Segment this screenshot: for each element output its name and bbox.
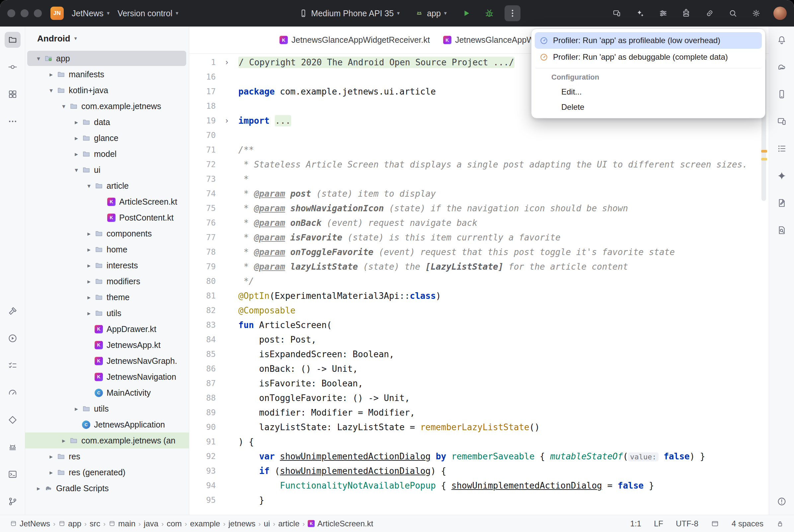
share-link-button[interactable] <box>701 5 718 21</box>
tree-item[interactable]: KJetnewsNavigation <box>25 369 189 385</box>
project-tool-button[interactable] <box>5 32 21 48</box>
breadcrumb-item[interactable]: example <box>190 519 220 528</box>
chevron-collapsed-icon[interactable]: ▸ <box>84 246 94 253</box>
fold-marker-icon[interactable]: › <box>216 58 238 67</box>
app-inspection-button[interactable] <box>5 412 21 428</box>
tree-item[interactable]: KJetnewsNavGraph. <box>25 353 189 369</box>
chevron-expanded-icon[interactable]: ▾ <box>71 166 82 174</box>
tree-item[interactable]: ▸data <box>25 114 189 130</box>
device-mirroring-button[interactable] <box>608 5 625 21</box>
file-encoding-widget[interactable]: UTF-8 <box>676 519 698 528</box>
tree-item[interactable]: ▸components <box>25 226 189 242</box>
tree-item[interactable]: KPostContent.kt <box>25 210 189 226</box>
tree-item[interactable]: ▸Gradle Scripts <box>25 480 189 496</box>
build-tool-button[interactable] <box>5 303 21 319</box>
tree-item[interactable]: ▸home <box>25 242 189 258</box>
breadcrumb-item[interactable]: JetNews <box>10 519 50 528</box>
more-tool-windows-button[interactable] <box>5 113 21 129</box>
chevron-collapsed-icon[interactable]: ▸ <box>84 262 94 269</box>
run-button[interactable] <box>458 5 474 21</box>
terminal-tool-button[interactable] <box>5 466 21 482</box>
indent-style-widget[interactable]: 4 spaces <box>732 519 763 528</box>
tree-item[interactable]: CMainActivity <box>25 385 189 401</box>
chevron-collapsed-icon[interactable]: ▸ <box>84 293 94 301</box>
profiler-tool-button[interactable] <box>5 385 21 401</box>
todo-tool-button[interactable] <box>5 358 21 374</box>
chevron-collapsed-icon[interactable]: ▸ <box>58 437 69 444</box>
more-run-options-button[interactable] <box>504 5 520 21</box>
gradle-tool-button[interactable] <box>774 59 790 75</box>
plugins-button[interactable] <box>678 5 695 21</box>
breadcrumb-item[interactable]: jetnews <box>228 519 255 528</box>
structure-tool-button[interactable] <box>774 140 790 156</box>
breadcrumb-item[interactable]: KArticleScreen.kt <box>308 519 373 528</box>
tree-item[interactable]: ▸model <box>25 146 189 162</box>
chevron-expanded-icon[interactable]: ▾ <box>58 102 69 110</box>
tree-item[interactable]: ▾article <box>25 178 189 194</box>
running-devices-button[interactable] <box>774 113 790 129</box>
breadcrumb-item[interactable]: java <box>144 519 158 528</box>
tree-item[interactable]: KArticleScreen.kt <box>25 194 189 210</box>
commit-tool-button[interactable] <box>5 59 21 75</box>
problems-tool-button[interactable] <box>774 494 790 510</box>
chevron-collapsed-icon[interactable]: ▸ <box>46 71 56 78</box>
tree-item[interactable]: ▸manifests <box>25 66 189 82</box>
logcat-tool-button[interactable] <box>5 439 21 455</box>
debug-button[interactable] <box>481 5 497 21</box>
breadcrumb-item[interactable]: src <box>90 519 100 528</box>
find-tool-button[interactable] <box>774 222 790 238</box>
gemini-tool-button[interactable] <box>774 168 790 184</box>
project-selector[interactable]: JetNews ▾ <box>68 6 113 21</box>
user-avatar[interactable] <box>773 7 787 20</box>
breadcrumb-item[interactable]: article <box>278 519 299 528</box>
search-everywhere-button[interactable] <box>724 5 742 21</box>
resource-manager-button[interactable] <box>5 86 21 102</box>
chevron-expanded-icon[interactable]: ▾ <box>33 55 44 62</box>
tree-item[interactable]: ▸res (generated) <box>25 464 189 480</box>
chevron-collapsed-icon[interactable]: ▸ <box>84 309 94 317</box>
settings-button[interactable] <box>747 5 765 21</box>
tree-item[interactable]: ▸glance <box>25 130 189 146</box>
breadcrumb-item[interactable]: app <box>58 519 81 528</box>
popup-menu-item[interactable]: Delete <box>535 99 762 115</box>
ai-assistant-button[interactable] <box>631 5 649 21</box>
breadcrumb-item[interactable]: main <box>109 519 135 528</box>
chevron-collapsed-icon[interactable]: ▸ <box>71 134 82 142</box>
chevron-collapsed-icon[interactable]: ▸ <box>84 278 94 285</box>
tree-item[interactable]: ▸res <box>25 449 189 464</box>
write-access-widget[interactable] <box>776 520 784 528</box>
tree-item[interactable]: ▸utils <box>25 401 189 417</box>
device-manager-button[interactable] <box>774 86 790 102</box>
tree-item[interactable]: CJetnewsApplication <box>25 417 189 433</box>
tree-item[interactable]: ▸theme <box>25 289 189 305</box>
tree-item[interactable]: ▸interests <box>25 258 189 273</box>
editor-tab[interactable]: KJetnewsGlanceAppWidgetReceiver.kt <box>273 26 437 53</box>
popup-menu-item[interactable]: Edit... <box>535 84 762 99</box>
tree-item[interactable]: ▾ui <box>25 162 189 178</box>
minimize-button[interactable] <box>21 9 29 17</box>
tree-item[interactable]: KJetnewsApp.kt <box>25 337 189 353</box>
tree-item[interactable]: ▾kotlin+java <box>25 82 189 98</box>
breadcrumb-item[interactable]: ui <box>264 519 270 528</box>
line-separator-widget[interactable]: LF <box>654 519 663 528</box>
chevron-collapsed-icon[interactable]: ▸ <box>71 118 82 126</box>
popup-menu-item[interactable]: Profiler: Run 'app' as debuggable (compl… <box>535 49 762 65</box>
chevron-collapsed-icon[interactable]: ▸ <box>46 469 56 476</box>
app-quality-insights-button[interactable] <box>774 195 790 211</box>
project-view-selector[interactable]: Android ▾ <box>25 26 189 51</box>
chevron-collapsed-icon[interactable]: ▸ <box>71 405 82 413</box>
version-control-button[interactable] <box>5 494 21 510</box>
tree-item[interactable]: ▸com.example.jetnews (an <box>25 433 189 449</box>
zoom-button[interactable] <box>34 9 42 17</box>
popup-menu-item[interactable]: Profiler: Run 'app' as profileable (low … <box>535 32 762 49</box>
breadcrumb-item[interactable]: com <box>167 519 182 528</box>
code-editor[interactable]: 1›/ Copyright 2020 The Android Open Sour… <box>189 54 769 515</box>
run-tool-button[interactable] <box>5 330 21 346</box>
tree-item[interactable]: ▸modifiers <box>25 273 189 289</box>
chevron-collapsed-icon[interactable]: ▸ <box>46 453 56 460</box>
chevron-collapsed-icon[interactable]: ▸ <box>71 150 82 158</box>
notifications-button[interactable] <box>774 32 790 48</box>
device-selector[interactable]: Medium Phone API 35 ▾ <box>295 6 404 21</box>
tree-item[interactable]: ▾app <box>25 51 189 66</box>
run-configuration-selector[interactable]: app ▾ <box>411 6 451 21</box>
